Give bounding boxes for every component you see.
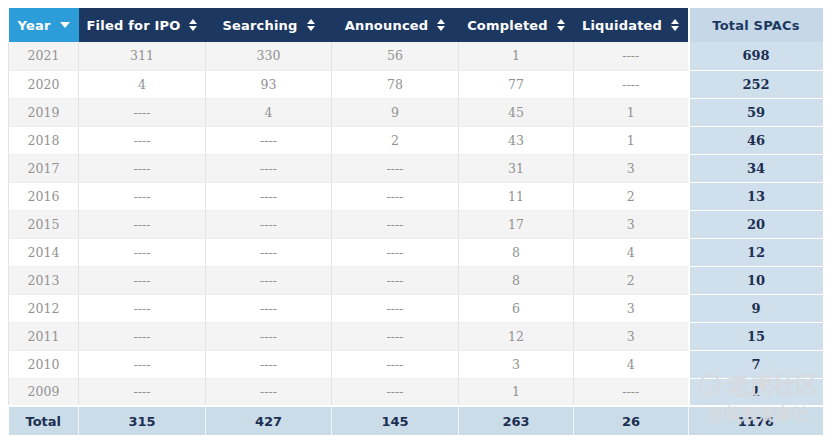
liquidated-cell: 4 (574, 350, 689, 378)
sort-icon[interactable] (557, 19, 565, 31)
announced-cell: 9 (332, 98, 459, 126)
liquidated-cell: 3 (574, 154, 689, 182)
table-row: 2013------------8210 (9, 266, 823, 294)
filed-cell: ---- (79, 350, 206, 378)
column-header-searching[interactable]: Searching (206, 8, 332, 42)
year-cell: 2016 (9, 182, 79, 210)
year-cell: 2021 (9, 42, 79, 70)
total-announced-cell: 145 (332, 406, 459, 435)
searching-cell: ---- (206, 350, 332, 378)
year-cell: 2011 (9, 322, 79, 350)
column-label: Total SPACs (712, 18, 799, 33)
searching-cell: 4 (206, 98, 332, 126)
table-row: 20204937877----252 (9, 70, 823, 98)
year-cell: 2017 (9, 154, 79, 182)
column-header-filed-for-ipo[interactable]: Filed for IPO (79, 8, 206, 42)
searching-cell: ---- (206, 154, 332, 182)
liquidated-cell: 3 (574, 210, 689, 238)
table-header: Year Filed for IPO Searching (9, 8, 823, 42)
total-cell: 9 (689, 294, 823, 322)
column-label: Announced (345, 18, 429, 33)
total-completed-cell: 263 (459, 406, 574, 435)
table-footer: Total 315 427 145 263 26 1176 (9, 406, 823, 435)
liquidated-cell: 3 (574, 294, 689, 322)
filed-cell: ---- (79, 154, 206, 182)
liquidated-cell: 1 (574, 98, 689, 126)
total-cell: 10 (689, 266, 823, 294)
announced-cell: ---- (332, 210, 459, 238)
table-row: 2017------------31334 (9, 154, 823, 182)
year-cell: 2019 (9, 98, 79, 126)
table-row: 2015------------17320 (9, 210, 823, 238)
column-header-completed[interactable]: Completed (459, 8, 574, 42)
sort-icon[interactable] (671, 19, 679, 31)
announced-cell: ---- (332, 294, 459, 322)
searching-cell: ---- (206, 322, 332, 350)
searching-cell: 330 (206, 42, 332, 70)
table-row: 2019----4945159 (9, 98, 823, 126)
announced-cell: ---- (332, 182, 459, 210)
column-label: Searching (222, 18, 297, 33)
sort-icon[interactable] (189, 19, 197, 31)
filed-cell: ---- (79, 98, 206, 126)
liquidated-cell: 3 (574, 322, 689, 350)
liquidated-cell: ---- (574, 70, 689, 98)
completed-cell: 45 (459, 98, 574, 126)
year-cell: 2018 (9, 126, 79, 154)
total-spacs-grand-total-cell: 1176 (689, 406, 823, 435)
column-label: Completed (467, 18, 548, 33)
searching-cell: 93 (206, 70, 332, 98)
table-row: 2016------------11213 (9, 182, 823, 210)
table-row: 2018--------243146 (9, 126, 823, 154)
filed-cell: ---- (79, 210, 206, 238)
filed-cell: ---- (79, 182, 206, 210)
liquidated-cell: 2 (574, 266, 689, 294)
total-row: Total 315 427 145 263 26 1176 (9, 406, 823, 435)
column-header-liquidated[interactable]: Liquidated (574, 8, 689, 42)
total-cell: 698 (689, 42, 823, 70)
table-row: 2021311330561----698 (9, 42, 823, 70)
searching-cell: ---- (206, 266, 332, 294)
filed-cell: ---- (79, 322, 206, 350)
total-liquidated-cell: 26 (574, 406, 689, 435)
total-cell: 252 (689, 70, 823, 98)
filed-cell: ---- (79, 266, 206, 294)
total-filed-cell: 315 (79, 406, 206, 435)
searching-cell: ---- (206, 126, 332, 154)
searching-cell: ---- (206, 210, 332, 238)
completed-cell: 17 (459, 210, 574, 238)
column-header-announced[interactable]: Announced (332, 8, 459, 42)
table-row: 2009------------1----1 (9, 378, 823, 406)
sort-icon[interactable] (307, 19, 315, 31)
column-header-total-spacs: Total SPACs (689, 8, 823, 42)
filed-cell: ---- (79, 294, 206, 322)
column-header-year[interactable]: Year (9, 8, 79, 42)
sort-icon[interactable] (437, 19, 445, 31)
announced-cell: ---- (332, 154, 459, 182)
table-row: 2011------------12315 (9, 322, 823, 350)
announced-cell: ---- (332, 266, 459, 294)
liquidated-cell: 2 (574, 182, 689, 210)
spac-status-table: Year Filed for IPO Searching (8, 8, 823, 435)
table-row: 2012------------639 (9, 294, 823, 322)
total-searching-cell: 427 (206, 406, 332, 435)
column-label: Liquidated (582, 18, 662, 33)
table-row: 2010------------347 (9, 350, 823, 378)
announced-cell: ---- (332, 350, 459, 378)
total-cell: 59 (689, 98, 823, 126)
completed-cell: 1 (459, 378, 574, 406)
year-cell: 2020 (9, 70, 79, 98)
year-cell: 2010 (9, 350, 79, 378)
completed-cell: 3 (459, 350, 574, 378)
total-cell: 13 (689, 182, 823, 210)
spac-table-page: Year Filed for IPO Searching (0, 0, 830, 441)
announced-cell: 78 (332, 70, 459, 98)
announced-cell: ---- (332, 322, 459, 350)
year-cell: 2013 (9, 266, 79, 294)
filed-cell: ---- (79, 238, 206, 266)
table-body: 2021311330561----69820204937877----25220… (9, 42, 823, 406)
filed-cell: 4 (79, 70, 206, 98)
total-cell: 15 (689, 322, 823, 350)
sort-desc-icon[interactable] (60, 22, 70, 28)
announced-cell: 56 (332, 42, 459, 70)
